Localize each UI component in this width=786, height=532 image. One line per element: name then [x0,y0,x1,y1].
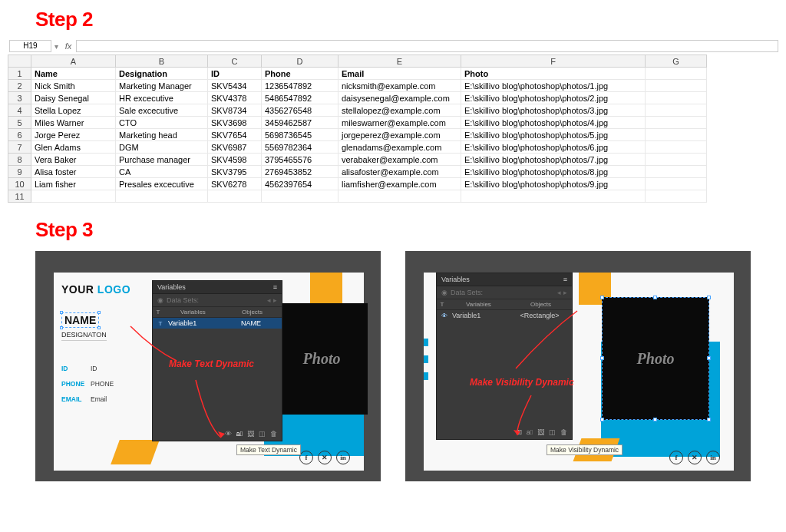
data-cell[interactable]: 5569782364 [262,141,339,154]
data-cell[interactable]: Daisy Senegal [31,92,116,104]
data-cell[interactable]: SKV3698 [208,117,262,129]
capture-icon[interactable]: ◫ [549,428,556,436]
data-cell[interactable]: liamfisher@example.com [339,178,461,190]
data-cell[interactable]: 2769453852 [262,166,339,178]
data-cell[interactable]: E:\skillivo blog\photoshop\photos/2.jpg [461,92,646,104]
data-cell[interactable]: E:\skillivo blog\photoshop\photos/3.jpg [461,104,646,117]
data-cell[interactable]: E:\skillivo blog\photoshop\photos/6.jpg [461,141,646,154]
data-cell[interactable]: SKV7654 [208,129,262,141]
variable-row-selected[interactable]: T Variable1 NAME [153,318,282,329]
annotation-visibility-dynamic: Make Visibility Dynamic [470,377,574,388]
data-cell[interactable]: glenadams@example.com [339,141,461,154]
data-cell[interactable]: Sale excecutive [116,104,208,117]
variable-row[interactable]: 👁 Variable1 <Rectangle> [437,310,572,321]
formula-bar[interactable] [76,40,778,52]
header-cell[interactable]: Designation [116,68,208,80]
data-cell[interactable]: Glen Adams [31,141,116,154]
data-cell[interactable]: verabaker@example.com [339,154,461,166]
delete-icon[interactable]: 🗑 [560,428,567,436]
data-cell[interactable]: mileswarner@example.com [339,117,461,129]
data-cell[interactable]: Vera Baker [31,154,116,166]
data-cell[interactable]: Marketing Manager [116,80,208,92]
data-cell[interactable]: 3795465576 [262,154,339,166]
data-cell[interactable]: 5698736545 [262,129,339,141]
data-cell[interactable]: nicksmith@example.com [339,80,461,92]
data-cell[interactable]: SKV4378 [208,92,262,104]
data-cell[interactable] [646,178,707,190]
data-cell[interactable] [646,117,707,129]
data-cell[interactable]: Marketing head [116,129,208,141]
data-cell[interactable]: SKV6278 [208,178,262,190]
photo-placeholder-selected[interactable]: Photo [602,297,709,420]
data-cell[interactable]: 3459462587 [262,117,339,129]
tooltip-text-dynamic: Make Text Dynamic [236,444,301,455]
data-cell[interactable] [646,80,707,92]
data-cell[interactable]: 4356276548 [262,104,339,117]
data-cell[interactable]: alisafoster@example.com [339,166,461,178]
data-cell[interactable]: 4562397654 [262,178,339,190]
header-cell[interactable]: Photo [461,68,646,80]
make-linked-file-icon[interactable]: 🖼 [537,428,544,436]
make-text-dynamic-icon[interactable]: a⃞ [236,430,243,438]
data-cell[interactable] [646,104,707,117]
make-visibility-dynamic-icon[interactable]: 👁⃞ [517,428,522,436]
sheet-grid[interactable]: ABCDEFG1NameDesignationIDPhoneEmailPhoto… [8,55,707,203]
data-cell[interactable]: Presales excecutive [116,178,208,190]
data-cell[interactable]: SKV3795 [208,166,262,178]
data-cell[interactable]: E:\skillivo blog\photoshop\photos/1.jpg [461,80,646,92]
data-cell[interactable]: CA [116,166,208,178]
data-cell[interactable]: Liam fisher [31,178,116,190]
name-field-selected[interactable]: NAME [61,312,99,328]
data-cell[interactable]: DGM [116,141,208,154]
linkedin-icon[interactable]: in [706,451,720,464]
data-cell[interactable]: SKV6987 [208,141,262,154]
twitter-icon[interactable]: ✕ [688,451,702,464]
data-cell[interactable]: Nick Smith [31,80,116,92]
facebook-icon[interactable]: f [669,451,683,464]
data-cell[interactable] [646,154,707,166]
twitter-icon[interactable]: ✕ [318,451,332,464]
data-cell[interactable]: E:\skillivo blog\photoshop\photos/4.jpg [461,117,646,129]
step2-heading: Step 2 [35,8,786,31]
data-cell[interactable]: E:\skillivo blog\photoshop\photos/5.jpg [461,129,646,141]
header-cell[interactable]: ID [208,68,262,80]
data-cell[interactable]: SKV8734 [208,104,262,117]
data-cell[interactable]: Jorge Perez [31,129,116,141]
id-row: IDID [61,365,97,372]
data-cell[interactable] [646,141,707,154]
data-cell[interactable]: 5486547892 [262,92,339,104]
capture-icon[interactable]: ◫ [259,430,266,438]
name-box[interactable]: H19 [9,40,51,52]
data-cell[interactable] [646,166,707,178]
header-cell[interactable]: Phone [262,68,339,80]
header-cell[interactable] [646,68,707,80]
facebook-icon[interactable]: f [299,451,313,464]
delete-icon[interactable]: 🗑 [270,430,277,438]
data-cell[interactable] [646,92,707,104]
variables-panel-right[interactable]: Variables≡ ◉Data Sets:◂ ▸ TVariablesObje… [436,273,573,440]
panel-menu-icon[interactable]: ≡ [273,283,277,291]
data-cell[interactable]: stellalopez@example.com [339,104,461,117]
data-cell[interactable]: SKV5434 [208,80,262,92]
data-cell[interactable]: Alisa foster [31,166,116,178]
data-cell[interactable]: E:\skillivo blog\photoshop\photos/9.jpg [461,178,646,190]
linkedin-icon[interactable]: in [336,451,350,464]
make-text-dynamic-icon[interactable]: a⃞ [527,428,533,436]
header-cell[interactable]: Name [31,68,116,80]
data-cell[interactable]: E:\skillivo blog\photoshop\photos/7.jpg [461,154,646,166]
data-cell[interactable]: daisysenegal@example.com [339,92,461,104]
data-cell[interactable]: jorgeperez@example.com [339,129,461,141]
data-cell[interactable]: E:\skillivo blog\photoshop\photos/8.jpg [461,166,646,178]
data-cell[interactable]: CTO [116,117,208,129]
data-cell[interactable] [646,129,707,141]
data-cell[interactable]: 1236547892 [262,80,339,92]
data-cell[interactable]: Stella Lopez [31,104,116,117]
data-cell[interactable]: HR excecutive [116,92,208,104]
make-linked-file-icon[interactable]: 🖼 [247,430,254,438]
data-cell[interactable]: SKV4598 [208,154,262,166]
make-visibility-dynamic-icon[interactable]: 👁 [225,430,232,438]
data-cell[interactable]: Purchase manager [116,154,208,166]
panel-menu-icon[interactable]: ≡ [563,276,567,283]
header-cell[interactable]: Email [339,68,461,80]
data-cell[interactable]: Miles Warner [31,117,116,129]
